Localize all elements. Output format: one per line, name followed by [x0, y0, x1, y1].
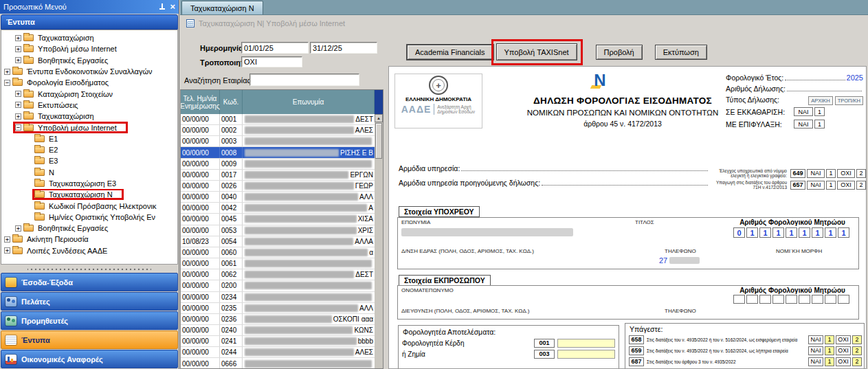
tab-taxykataxorisi-n[interactable]: Ταχυκαταχώριση Ν: [181, 1, 263, 14]
aade-label: ΑΑΔΕ: [401, 104, 432, 115]
table-row[interactable]: 00/00/000002ΑΛΕΣ: [181, 125, 375, 136]
amend-field[interactable]: ΟΧΙ: [241, 56, 302, 67]
table-row[interactable]: 00/00/000001ΔΕΣΤ: [181, 114, 375, 125]
tree-item[interactable]: +Ε2: [1, 144, 177, 155]
table-row[interactable]: 00/00/000053ΧΡΙΣ: [181, 225, 375, 236]
tree-expander-icon[interactable]: −: [15, 124, 21, 131]
subject-text: Στις διατάξεις του άρθρου 3 του ν. 4935/…: [644, 359, 807, 364]
table-row[interactable]: 00/00/000234: [181, 292, 375, 303]
tree-expander-icon[interactable]: +: [15, 91, 21, 97]
pin-icon[interactable]: [159, 3, 166, 11]
sidebar-item-esoda[interactable]: Έσοδα-Έξοδα: [1, 273, 178, 291]
tree-item[interactable]: +Έντυπα Ενδοκοινοτικών Συναλλαγών: [1, 66, 177, 77]
table-row[interactable]: 00/00/000045ΧΙΣΑ: [181, 214, 375, 225]
table-row[interactable]: 00/00/000200: [181, 280, 375, 291]
preview-button[interactable]: Προβολή: [596, 45, 643, 60]
table-row[interactable]: 00/00/000042Α: [181, 203, 375, 214]
table-row[interactable]: 00/00/000241bbbb: [181, 336, 375, 347]
table-row[interactable]: 00/00/000240ΚΩΝΣ: [181, 325, 375, 336]
tree-item[interactable]: +Κωδικοί Πρόσβασης Ηλεκτρονικ: [1, 200, 177, 211]
row-date: 00/00/00: [181, 325, 220, 335]
tree-item[interactable]: +Ταχυκαταχώριση: [1, 111, 177, 122]
splitter-handle[interactable]: [27, 265, 151, 273]
tree-item[interactable]: −Υποβολή μέσω Internet: [1, 122, 177, 133]
afm-digit-box: [759, 295, 771, 304]
table-row[interactable]: 00/00/000008ΡΙΣΗΣ Ε Β: [181, 147, 375, 158]
sidebar-item-promitheutes[interactable]: Προμηθευτές: [1, 311, 178, 330]
row-date: 00/00/00: [181, 303, 220, 313]
table-row[interactable]: 00/00/000003: [181, 136, 375, 147]
sidebar-item-label: Έσοδα-Έξοδα: [21, 278, 73, 287]
tree-item[interactable]: +Ταχυκαταχώριση Ε3: [1, 178, 177, 189]
print-button[interactable]: Εκτύπωση: [655, 45, 707, 60]
tree-expander-icon[interactable]: +: [4, 247, 10, 254]
column-header-company[interactable]: Επωνυμία: [243, 90, 375, 114]
row-date: 00/00/00: [181, 225, 220, 236]
representative-address-label: ΔΙΕΥΘΥΝΣΗ (ΠΟΛΗ, ΟΔΟΣ, ΑΡΙΘΜΟΣ, ΤΑΧ. ΚΩΔ…: [401, 308, 530, 314]
scroll-thumb[interactable]: [375, 123, 382, 159]
tree-expander-icon[interactable]: +: [15, 35, 21, 41]
tree-item[interactable]: +Ημ/νίες Οριστικής Υποβολής Εν: [1, 212, 177, 223]
table-row[interactable]: 00/00/000061: [181, 258, 375, 269]
audit-text: Υπαγωγή στις διατάξεις του άρθρου 71Η ν.…: [711, 180, 789, 190]
tree-expander-icon[interactable]: +: [4, 69, 10, 75]
sidebar-item-anafores[interactable]: Οικονομικές Αναφορές: [1, 350, 178, 368]
tree-expander-icon[interactable]: +: [15, 225, 21, 232]
scroll-up-icon[interactable]: ▲: [375, 114, 383, 122]
table-row[interactable]: 00/00/000236ΟΣΚΟΠΙ ααα: [181, 314, 375, 325]
tree-item-content: +Βοηθητικές Εργασίες: [15, 224, 109, 232]
tree-item[interactable]: +Ε1: [1, 133, 177, 144]
table-row[interactable]: 00/00/000040ΑΛΛ: [181, 192, 375, 203]
toolbar-buttons: Academia FinancialsΥποβολή TAXISnetΠροβο…: [407, 43, 707, 60]
folder-icon: [12, 236, 23, 243]
tree-item[interactable]: +Εκτυπώσεις: [1, 100, 177, 111]
sidebar-item-pelates[interactable]: Πελάτες: [1, 292, 178, 311]
table-row[interactable]: 00/00/000009: [181, 159, 375, 170]
table-row[interactable]: 00/00/000244ΑΛΕΣ: [181, 347, 375, 358]
tree-item[interactable]: −Φορολογία Εισοδήματος: [1, 77, 177, 88]
date-from-field[interactable]: 01/01/25: [241, 42, 309, 54]
tree-item[interactable]: +Ε3: [1, 155, 177, 166]
tree-item[interactable]: +Υποβολή μέσω Internet: [1, 43, 177, 54]
service-label: Αρμόδια υπηρεσία:: [399, 164, 460, 172]
tree-item[interactable]: +Καταχώριση Στοιχείων: [1, 88, 177, 99]
tree-item[interactable]: +Λοιπές Συνδέσεις ΑΑΔΕ: [1, 245, 177, 256]
table-row[interactable]: 00/00/000060α: [181, 247, 375, 258]
tree-expander-icon[interactable]: −: [4, 80, 10, 86]
tree-item[interactable]: +Ταχυκαταχώριση: [1, 32, 177, 43]
tree-expander-icon[interactable]: +: [15, 57, 21, 63]
tree-expander-icon[interactable]: +: [15, 113, 21, 120]
sidebar-item-entypa[interactable]: Έντυπα: [1, 331, 178, 349]
sidebar-section-entypa[interactable]: Έντυπα: [1, 14, 178, 30]
table-row[interactable]: 00/00/000666: [181, 358, 375, 368]
table-row[interactable]: 10/08/230054ΑΛΛΑ: [181, 236, 375, 247]
tree-item-label: Υποβολή μέσω Internet: [36, 124, 118, 132]
grid-scrollbar[interactable]: ▲: [375, 114, 383, 368]
table-row[interactable]: 00/00/000235ΑΛΛ: [181, 303, 375, 314]
tree-item[interactable]: +Βοηθητικές Εργασίες: [1, 55, 177, 66]
submit-taxisnet-button[interactable]: Υποβολή TAXISnet: [496, 43, 577, 60]
tree-expander-icon[interactable]: +: [15, 102, 21, 108]
academia-financials-button[interactable]: Academia Financials: [407, 45, 493, 60]
column-header-last-update[interactable]: Τελ. Ημ/νία Ενημέρωσης: [181, 90, 220, 114]
section-representative: ΟΝΟΜΑΤΕΠΩΝΥΜΟ Αριθμός Φορολογικού Μητρώο…: [397, 285, 859, 320]
company-search-input[interactable]: [249, 74, 359, 86]
date-to-field[interactable]: 31/12/25: [310, 42, 377, 54]
tree-expander-icon[interactable]: +: [4, 236, 10, 243]
tree-item[interactable]: +Ταχυκαταχώριση Ν: [1, 189, 177, 200]
tree-item[interactable]: +Βοηθητικές Εργασίες: [1, 223, 177, 234]
no-cell: ΟΧΙ: [837, 181, 855, 190]
sidebar-bottom-menu: Έσοδα-ΈξοδαΠελάτεςΠρομηθευτέςΈντυπαΟικον…: [1, 273, 178, 369]
tree-expander-icon[interactable]: +: [15, 46, 21, 52]
censored-company-name: [245, 149, 339, 157]
company-name-label: ΕΠΩΝΥΜΙΑ: [401, 219, 430, 225]
table-row[interactable]: 00/00/000017ΕΡΓΩΝ: [181, 170, 375, 181]
column-header-code[interactable]: Κωδ.: [220, 90, 243, 114]
tree-item[interactable]: +Ν: [1, 167, 177, 178]
tree-item[interactable]: +Ακίνητη Περιουσία: [1, 234, 177, 245]
table-row[interactable]: 00/00/000026ΓΕΩΡ: [181, 181, 375, 192]
tree-item-label: Ε2: [47, 146, 59, 154]
tree-item-content: +Καταχώριση Στοιχείων: [15, 90, 114, 98]
close-icon[interactable]: ×: [170, 3, 175, 10]
table-row[interactable]: 00/00/000062ΔΕΣΤ: [181, 269, 375, 280]
